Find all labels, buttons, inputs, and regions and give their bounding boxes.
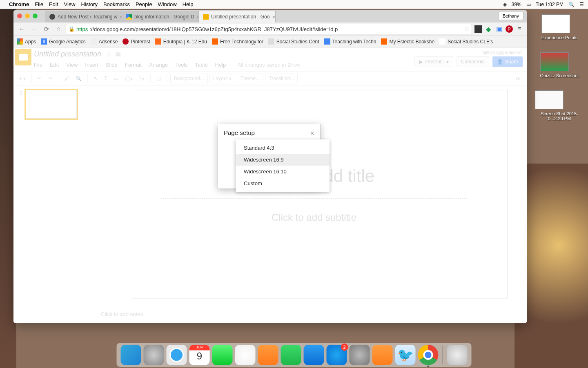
forward-button[interactable]: → bbox=[29, 24, 39, 34]
menubar-app-name[interactable]: Chrome bbox=[9, 1, 29, 7]
dock-appstore[interactable]: 2 bbox=[327, 345, 347, 365]
slide-thumbnail-1[interactable] bbox=[26, 90, 77, 119]
desktop-file-screenshot[interactable]: Screen Shot 2015-0...2.20 PM bbox=[535, 90, 584, 121]
background-button[interactable]: Background... bbox=[170, 74, 208, 83]
undo-button[interactable]: ↶ bbox=[35, 74, 44, 83]
menu-edit[interactable]: Edit bbox=[50, 62, 59, 68]
bookmark-analytics[interactable]: gGoogle Analytics bbox=[41, 38, 85, 45]
menu-file[interactable]: File bbox=[34, 62, 42, 68]
tab-untitled-presentation[interactable]: Untitled presentation - Goo × bbox=[199, 11, 276, 22]
slide-canvas[interactable]: Click to add title Click to add subtitle bbox=[132, 90, 508, 298]
menu-tools[interactable]: Tools bbox=[175, 62, 187, 68]
menubar-window[interactable]: Window bbox=[158, 1, 176, 7]
extension-icon[interactable]: ◆ bbox=[484, 25, 492, 33]
bookmark-cle[interactable]: Social Studies CLE's bbox=[439, 38, 493, 45]
dock-keynote[interactable] bbox=[304, 345, 324, 365]
address-bar[interactable]: 🔒 https://docs.google.com/presentation/d… bbox=[66, 24, 472, 34]
menubar-file[interactable]: File bbox=[35, 1, 43, 7]
dock-twitter[interactable]: 🐦 bbox=[395, 345, 416, 365]
menu-format[interactable]: Format bbox=[125, 62, 142, 68]
textbox-tool[interactable]: T bbox=[102, 74, 109, 83]
redo-button[interactable]: ↷ bbox=[46, 74, 55, 83]
menu-insert[interactable]: Insert bbox=[85, 62, 98, 68]
menubar-bookmarks[interactable]: Bookmarks bbox=[103, 1, 130, 7]
subtitle-placeholder[interactable]: Click to add subtitle bbox=[161, 207, 467, 228]
bookmark-edutopia[interactable]: Edutopia | K-12 Edu bbox=[155, 38, 207, 45]
menubar-view[interactable]: View bbox=[64, 1, 75, 7]
zoom-button[interactable]: 🔍 bbox=[73, 74, 84, 83]
dock-calculator[interactable] bbox=[372, 345, 393, 365]
profile-button[interactable]: Bethany bbox=[498, 12, 523, 20]
bookmark-pinterest[interactable]: Pinterest bbox=[122, 38, 150, 45]
star-icon[interactable]: ☆ bbox=[106, 51, 111, 58]
bookmark-bookshelf[interactable]: My Eclectic Bookshe bbox=[381, 38, 434, 45]
menubar-people[interactable]: People bbox=[136, 1, 152, 7]
dock-messages[interactable] bbox=[212, 345, 233, 365]
dock-trash[interactable] bbox=[447, 345, 468, 365]
menu-table[interactable]: Table bbox=[195, 62, 208, 68]
theme-button[interactable]: Theme... bbox=[237, 74, 263, 83]
menubar-history[interactable]: History bbox=[81, 1, 97, 7]
new-slide-button[interactable]: + ▾ bbox=[17, 74, 28, 83]
reload-button[interactable]: ⟳ bbox=[41, 24, 51, 34]
dock-chrome[interactable] bbox=[418, 345, 439, 365]
bookmark-freetech[interactable]: Free Technology for bbox=[212, 38, 263, 45]
menu-slide[interactable]: Slide bbox=[106, 62, 118, 68]
option-standard-43[interactable]: Standard 4:3 bbox=[236, 142, 330, 154]
extension-icon[interactable] bbox=[474, 25, 482, 33]
close-window-button[interactable] bbox=[17, 13, 22, 18]
folder-icon[interactable]: ▣ bbox=[115, 51, 121, 58]
close-tab-icon[interactable]: × bbox=[272, 14, 275, 20]
option-custom[interactable]: Custom bbox=[236, 177, 330, 189]
dropbox-icon[interactable]: ◈ bbox=[503, 2, 507, 7]
menu-view[interactable]: View bbox=[66, 62, 78, 68]
select-tool[interactable]: ↖ bbox=[91, 74, 100, 83]
menubar-help[interactable]: Help bbox=[183, 1, 194, 7]
desktop-file-quizizz[interactable]: Quizizz Screenshot bbox=[540, 52, 579, 78]
option-widescreen-1610[interactable]: Widescreen 16:10 bbox=[236, 166, 330, 177]
share-button[interactable]: 👤Share bbox=[492, 56, 523, 67]
layout-button[interactable]: Layout ▾ bbox=[209, 74, 235, 83]
line-tool[interactable]: ╲▾ bbox=[137, 74, 147, 83]
document-title[interactable]: Untitled presentation bbox=[34, 50, 101, 58]
transition-button[interactable]: Transition... bbox=[265, 74, 298, 83]
user-email[interactable]: bjfink1s@gmail.com bbox=[414, 50, 523, 55]
desktop-file-experience-points[interactable]: Experience Points bbox=[541, 14, 578, 40]
tab-add-new-post[interactable]: Add New Post ‹ Teaching w × bbox=[45, 11, 122, 22]
slides-logo-icon[interactable] bbox=[15, 49, 31, 65]
dock-calendar[interactable]: JUN9 bbox=[189, 345, 210, 365]
menubar-edit[interactable]: Edit bbox=[49, 1, 58, 7]
dock-numbers[interactable] bbox=[281, 345, 301, 365]
menu-help[interactable]: Help bbox=[215, 62, 226, 68]
comment-tool[interactable]: ▤ bbox=[154, 74, 163, 83]
dock-launchpad[interactable] bbox=[144, 345, 164, 365]
tab-blog-information[interactable]: blog information - Google D × bbox=[122, 11, 199, 22]
paint-format-button[interactable]: 🖌 bbox=[62, 74, 71, 83]
pinterest-extension-icon[interactable]: P bbox=[506, 25, 513, 33]
option-widescreen-169[interactable]: Widescreen 16:9 bbox=[236, 154, 330, 166]
extension-icon[interactable]: ▣ bbox=[495, 25, 503, 33]
bookmark-socialstudies[interactable]: Social Studies Cent bbox=[268, 38, 319, 45]
bookmark-apps[interactable]: Apps bbox=[17, 38, 36, 45]
dock-pages[interactable] bbox=[258, 345, 278, 365]
dock-settings[interactable] bbox=[350, 345, 370, 365]
dock-photos[interactable] bbox=[235, 345, 256, 365]
back-button[interactable]: ← bbox=[17, 24, 27, 34]
bookmark-adsense[interactable]: Adsense bbox=[91, 38, 118, 45]
expand-toolbar-icon[interactable]: ≫ bbox=[513, 74, 523, 83]
maximize-window-button[interactable] bbox=[33, 13, 38, 18]
speaker-notes[interactable]: Click to add notes bbox=[95, 307, 527, 323]
present-button[interactable]: ▶Present▾ bbox=[414, 56, 453, 67]
bookmark-star-icon[interactable]: ☆ bbox=[464, 26, 469, 32]
bookmark-teaching[interactable]: Teaching with Techn bbox=[324, 38, 376, 45]
dock-safari[interactable] bbox=[167, 345, 187, 365]
spotlight-icon[interactable]: 🔍 bbox=[568, 2, 575, 7]
notification-center-icon[interactable]: ☰ bbox=[579, 2, 584, 7]
image-tool[interactable]: ▭ bbox=[111, 74, 121, 83]
chrome-menu-icon[interactable]: ≡ bbox=[515, 25, 523, 33]
menu-arrange[interactable]: Arrange bbox=[149, 62, 168, 68]
dock-finder[interactable] bbox=[121, 345, 141, 365]
comments-button[interactable]: Comments bbox=[457, 56, 489, 67]
home-button[interactable]: ⌂ bbox=[53, 24, 63, 34]
close-dialog-icon[interactable]: × bbox=[310, 129, 314, 138]
